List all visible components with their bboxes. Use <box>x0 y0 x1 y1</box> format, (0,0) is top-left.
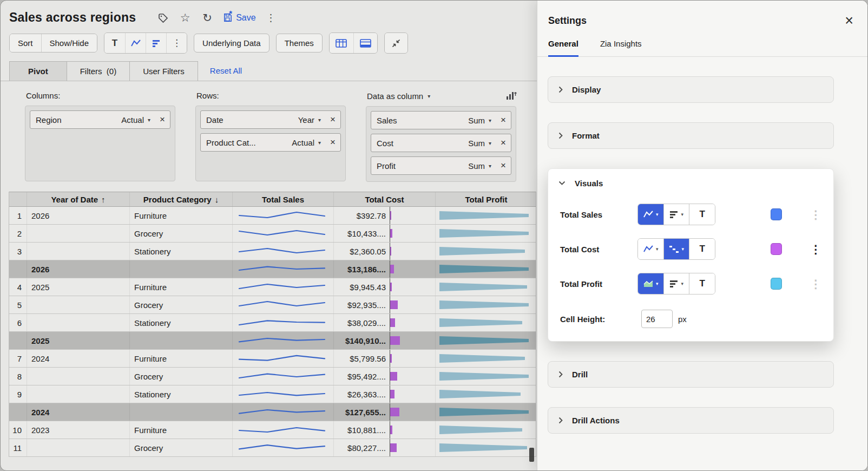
rows-drop-zone[interactable]: DateYear▾×Product Cat...Actual▾× <box>195 106 346 181</box>
save-button[interactable]: * Save <box>222 12 255 23</box>
remove-field-icon[interactable]: × <box>325 114 337 125</box>
data-as-column-dropdown[interactable]: Data as column▾ <box>367 91 430 101</box>
show-hide-button[interactable]: Show/Hide <box>41 34 97 52</box>
pivot-data-row[interactable]: 11Grocery$80,227.... <box>9 439 536 457</box>
pivot-data-row[interactable]: 102023Furniture$10,881.... <box>9 421 536 439</box>
data-field-chip[interactable]: CostSum▾× <box>371 134 511 152</box>
line-chart-button[interactable]: ▾ <box>638 204 663 225</box>
collapse-group <box>384 32 408 54</box>
pivot-summary-row[interactable]: 2024$127,655... <box>9 403 536 421</box>
column-header-sales[interactable]: Total Sales <box>233 192 334 206</box>
line-chart-button[interactable]: ▾ <box>638 239 663 259</box>
more-options-icon[interactable]: ⋮ <box>810 244 821 255</box>
columns-drop-zone[interactable]: RegionActual▾× <box>25 106 175 181</box>
grid-view-button[interactable] <box>330 33 353 53</box>
row-field-chip[interactable]: Product Cat...Actual▾× <box>200 133 341 152</box>
pivot-data-row[interactable]: 42025Furniture$9,945.43 <box>9 278 536 296</box>
section-display[interactable]: Display <box>548 76 834 103</box>
aggregation-dropdown[interactable]: Year▾ <box>294 115 325 125</box>
column-field-chip[interactable]: RegionActual▾× <box>30 110 170 129</box>
row-field-chip[interactable]: DateYear▾× <box>200 110 341 129</box>
visual-type-group: ▾▾T <box>637 238 716 260</box>
data-field-chip[interactable]: SalesSum▾× <box>371 111 511 129</box>
visuals-header[interactable]: Visuals <box>548 169 833 197</box>
remove-field-icon[interactable]: × <box>155 114 167 125</box>
collapse-panel-button[interactable] <box>385 33 407 53</box>
sort-bars-icon[interactable] <box>505 91 517 101</box>
pivot-table: Year of Date↑ Product Category↓ Total Sa… <box>9 192 536 457</box>
tab-pivot[interactable]: Pivot <box>9 61 67 81</box>
more-options-icon[interactable]: ⋮ <box>810 209 821 220</box>
profit-bar-cell <box>436 260 537 278</box>
star-icon[interactable]: ☆ <box>178 11 192 25</box>
column-header-cost[interactable]: Total Cost <box>334 192 436 206</box>
profit-funnel-bar <box>438 441 534 455</box>
data-field-chip[interactable]: ProfitSum▾× <box>371 156 511 175</box>
text-button[interactable]: T <box>689 239 715 259</box>
tab-zia-insights[interactable]: Zia Insights <box>600 39 642 57</box>
remove-field-icon[interactable]: × <box>325 137 337 148</box>
pivot-data-row[interactable]: 2Grocery$10,433.... <box>9 225 536 243</box>
text-tool-button[interactable]: T <box>104 33 125 53</box>
step-chart-button[interactable]: ▾ <box>663 239 689 259</box>
color-swatch[interactable] <box>771 243 782 255</box>
pivot-data-row[interactable]: 8Grocery$95,492.... <box>9 368 536 385</box>
pivot-data-row[interactable]: 3Stationery$2,360.05 <box>9 243 536 260</box>
text-button[interactable]: T <box>689 204 715 225</box>
tab-filters[interactable]: Filters (0) <box>67 61 130 81</box>
more-options-icon[interactable]: ⋮ <box>810 278 821 290</box>
column-header-year[interactable]: Year of Date↑ <box>27 192 130 206</box>
sales-sparkline-cell <box>233 260 334 278</box>
aggregation-dropdown[interactable]: Sum▾ <box>464 139 496 148</box>
data-drop-zone[interactable]: SalesSum▾×CostSum▾×ProfitSum▾× <box>366 106 516 182</box>
pivot-data-row[interactable]: 5Grocery$92,935.... <box>9 296 536 314</box>
pivot-data-row[interactable]: 72024Furniture$5,799.56 <box>9 350 536 368</box>
underlying-data-button[interactable]: Underlying Data <box>194 34 269 53</box>
cost-bar <box>390 443 397 452</box>
summary-grid-button[interactable] <box>353 33 377 53</box>
cell-height-input[interactable] <box>641 310 673 328</box>
aggregation-dropdown[interactable]: Sum▾ <box>464 161 496 171</box>
hbar-chart-button[interactable]: ▾ <box>663 204 689 225</box>
year-cell: 2026 <box>27 207 130 224</box>
tag-icon[interactable] <box>156 11 170 25</box>
line-chart-tool-button[interactable] <box>125 33 146 53</box>
aggregation-dropdown[interactable]: Actual▾ <box>287 138 325 147</box>
pivot-data-row[interactable]: 9Stationery$26,363.... <box>9 385 536 403</box>
themes-button[interactable]: Themes <box>276 34 323 53</box>
aggregation-dropdown[interactable]: Actual▾ <box>117 115 155 125</box>
pivot-data-row[interactable]: 12026Furniture$392.78 <box>9 207 536 225</box>
reset-all-link[interactable]: Reset All <box>210 66 242 75</box>
chevron-down-icon: ▾ <box>656 212 659 217</box>
area-chart-button[interactable]: ▾ <box>638 273 663 294</box>
aggregation-dropdown[interactable]: Sum▾ <box>464 116 496 125</box>
color-swatch[interactable] <box>771 208 782 220</box>
bar-chart-tool-button[interactable] <box>146 33 166 53</box>
close-icon[interactable]: × <box>845 14 853 28</box>
scrollbar-thumb[interactable] <box>529 448 534 462</box>
hbar-chart-button[interactable]: ▾ <box>663 273 689 294</box>
pivot-summary-row[interactable]: 2026$13,186.... <box>9 260 536 278</box>
remove-field-icon[interactable]: × <box>496 160 508 171</box>
section-drill[interactable]: Drill <box>548 361 834 388</box>
pivot-summary-row[interactable]: 2025$140,910... <box>9 332 536 350</box>
view-tabs: Pivot Filters (0) User Filters Reset All <box>1 60 538 81</box>
column-header-profit[interactable]: Total Profit <box>436 192 537 206</box>
remove-field-icon[interactable]: × <box>496 115 508 126</box>
more-options-icon[interactable]: ⋮ <box>264 11 278 25</box>
color-swatch[interactable] <box>771 278 782 290</box>
sort-button[interactable]: Sort <box>10 34 41 52</box>
settings-tabs: General Zia Insights <box>537 31 867 57</box>
more-tools-button[interactable]: ⋮ <box>166 33 187 53</box>
year-cell: 2026 <box>27 260 130 278</box>
text-button[interactable]: T <box>689 273 715 294</box>
sales-sparkline-cell <box>233 207 334 224</box>
section-drill-actions[interactable]: Drill Actions <box>548 407 834 434</box>
tab-general[interactable]: General <box>548 39 578 57</box>
pivot-data-row[interactable]: 6Stationery$38,029.... <box>9 314 536 332</box>
remove-field-icon[interactable]: × <box>496 138 508 148</box>
section-format[interactable]: Format <box>548 122 834 149</box>
column-header-category[interactable]: Product Category↓ <box>130 192 233 206</box>
refresh-icon[interactable]: ↻ <box>200 11 214 25</box>
tab-user-filters[interactable]: User Filters <box>129 61 198 81</box>
